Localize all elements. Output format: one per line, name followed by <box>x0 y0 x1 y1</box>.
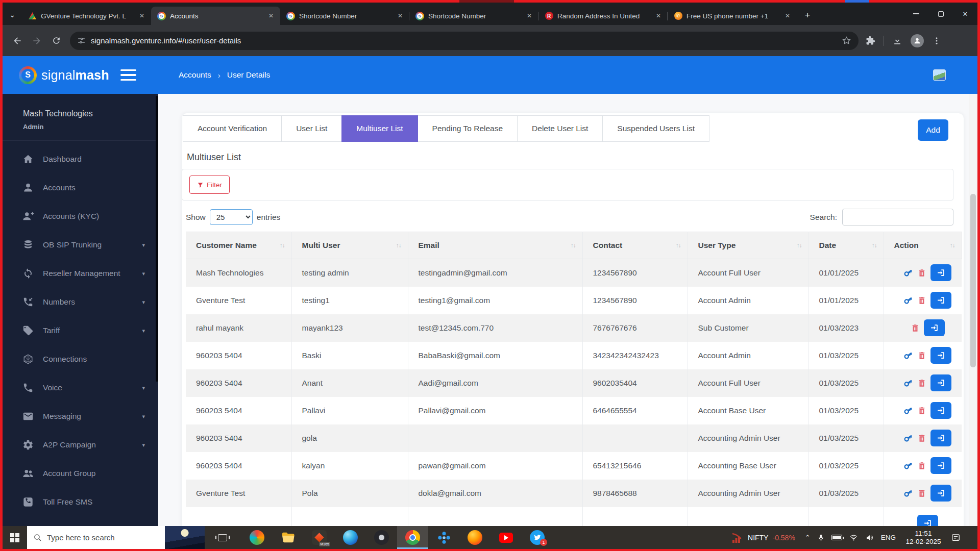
microphone-icon[interactable] <box>817 533 825 542</box>
page-tab[interactable]: Delete User List <box>517 115 603 142</box>
close-icon[interactable]: ✕ <box>395 11 405 20</box>
trash-icon[interactable] <box>917 461 926 470</box>
search-input[interactable] <box>842 209 953 226</box>
sidebar-item[interactable]: A2P Campaign ▾ <box>3 431 158 459</box>
sidebar-item[interactable]: Tariff ▾ <box>3 316 158 345</box>
sidebar-item[interactable]: Voice ▾ <box>3 373 158 402</box>
taskbar-app[interactable] <box>397 526 428 549</box>
sort-icon[interactable]: ↑↓ <box>571 242 576 249</box>
language-indicator[interactable]: ENG <box>881 534 896 541</box>
trash-icon[interactable] <box>917 351 926 360</box>
speaker-icon[interactable] <box>865 534 874 542</box>
key-icon[interactable] <box>902 266 915 280</box>
key-icon[interactable] <box>902 431 915 444</box>
sidebar-item[interactable]: Account Group <box>3 459 158 488</box>
trash-icon[interactable] <box>917 268 926 278</box>
page-tab[interactable]: Pending To Release <box>418 115 518 142</box>
profile-avatar[interactable] <box>911 34 924 47</box>
login-button[interactable] <box>930 430 951 446</box>
stock-ticker[interactable]: NIFTY -0.58% <box>730 532 795 544</box>
header-profile-image[interactable] <box>933 69 946 81</box>
browser-tab[interactable]: S Shortcode Number ✕ <box>409 7 538 25</box>
login-button[interactable] <box>930 485 951 502</box>
minimize-button[interactable] <box>904 3 928 25</box>
column-header[interactable]: User Type ↑↓ <box>688 232 808 259</box>
browser-tab[interactable]: R Random Address In United ✕ <box>538 7 668 25</box>
login-button[interactable] <box>917 515 938 527</box>
page-tab[interactable]: Account Verification <box>183 115 282 142</box>
sidebar-item[interactable]: Accounts (KYC) <box>3 202 158 231</box>
download-icon[interactable] <box>892 36 902 46</box>
sort-icon[interactable]: ↑↓ <box>797 242 802 249</box>
trash-icon[interactable] <box>917 379 926 388</box>
close-icon[interactable]: ✕ <box>782 11 793 20</box>
sidebar-item[interactable]: Accounts <box>3 173 158 202</box>
action-center-icon[interactable] <box>951 533 961 542</box>
taskbar-app[interactable] <box>335 526 366 549</box>
taskbar-app[interactable] <box>428 526 459 549</box>
tray-expand-icon[interactable]: ⌃ <box>805 534 811 541</box>
login-button[interactable] <box>930 292 951 309</box>
hamburger-menu-icon[interactable] <box>120 69 136 81</box>
start-button[interactable] <box>3 526 27 549</box>
column-header[interactable]: Contact ↑↓ <box>582 232 688 259</box>
taskbar-app[interactable]: 1 <box>522 526 553 549</box>
key-icon[interactable] <box>902 404 915 417</box>
trash-icon[interactable] <box>917 434 926 443</box>
key-icon[interactable] <box>902 293 915 307</box>
sidebar-item[interactable]: OB SIP Trunking ▾ <box>3 231 158 259</box>
sidebar-item[interactable]: Dashboard <box>3 145 158 173</box>
column-header[interactable]: Multi User ↑↓ <box>291 232 408 259</box>
sidebar-item[interactable]: Toll Free SMS <box>3 488 158 516</box>
login-button[interactable] <box>930 264 951 281</box>
breadcrumb-parent[interactable]: Accounts <box>179 70 211 80</box>
extensions-icon[interactable] <box>866 36 875 45</box>
sort-icon[interactable]: ↑↓ <box>872 242 877 249</box>
taskbar-app[interactable] <box>491 526 522 549</box>
login-button[interactable] <box>930 374 951 391</box>
sidebar-item[interactable]: Numbers ▾ <box>3 288 158 316</box>
trash-icon[interactable] <box>911 323 920 333</box>
browser-tab[interactable]: ✆ Free US phone number +1 ✕ <box>668 7 797 25</box>
forward-button[interactable] <box>27 31 46 51</box>
page-scrollbar[interactable] <box>969 94 977 526</box>
taskbar-app[interactable] <box>459 526 491 549</box>
battery-icon[interactable] <box>831 535 842 540</box>
page-size-select[interactable]: 25 <box>210 209 253 225</box>
sort-icon[interactable]: ↑↓ <box>676 242 681 249</box>
page-tab[interactable]: User List <box>281 115 342 142</box>
key-icon[interactable] <box>902 459 915 472</box>
filter-button[interactable]: Filter <box>189 176 230 194</box>
clock[interactable]: 11:51 12-02-2025 <box>902 530 944 546</box>
page-tab[interactable]: Multiuser List <box>341 115 418 142</box>
login-button[interactable] <box>924 319 945 336</box>
site-info-icon[interactable] <box>77 36 86 45</box>
trash-icon[interactable] <box>917 406 926 415</box>
login-button[interactable] <box>930 457 951 474</box>
key-icon[interactable] <box>902 348 915 362</box>
trash-icon[interactable] <box>917 489 926 498</box>
task-view-button[interactable] <box>211 526 234 549</box>
sidebar-item[interactable]: Reseller Management ▾ <box>3 259 158 288</box>
url-text[interactable]: signalmash.gventure.info/#/user/user-det… <box>91 36 837 45</box>
taskbar-app[interactable] <box>366 526 397 549</box>
browser-tab[interactable]: S Shortcode Number ✕ <box>280 7 409 25</box>
tab-search-chevron-icon[interactable]: ⌄ <box>3 6 22 24</box>
close-icon[interactable]: ✕ <box>266 11 276 20</box>
taskbar-app[interactable] <box>273 526 304 549</box>
browser-tab[interactable]: S Accounts ✕ <box>151 7 280 25</box>
sidebar-item[interactable]: Connections <box>3 345 158 373</box>
browser-tab[interactable]: GVenture Technology Pvt. L ✕ <box>22 7 151 25</box>
wifi-icon[interactable] <box>849 534 859 542</box>
taskbar-app[interactable] <box>241 526 273 549</box>
add-button[interactable]: Add <box>918 119 948 141</box>
window-close-button[interactable]: ✕ <box>953 3 977 25</box>
page-tab[interactable]: Suspended Users List <box>602 115 709 142</box>
column-header[interactable]: Date ↑↓ <box>808 232 884 259</box>
close-icon[interactable]: ✕ <box>653 11 664 20</box>
column-header[interactable]: Action ↑↓ <box>884 232 962 259</box>
menu-kebab-icon[interactable] <box>932 36 941 45</box>
login-button[interactable] <box>930 347 951 364</box>
key-icon[interactable] <box>902 486 915 499</box>
taskbar-app[interactable]: M365 <box>304 526 335 549</box>
